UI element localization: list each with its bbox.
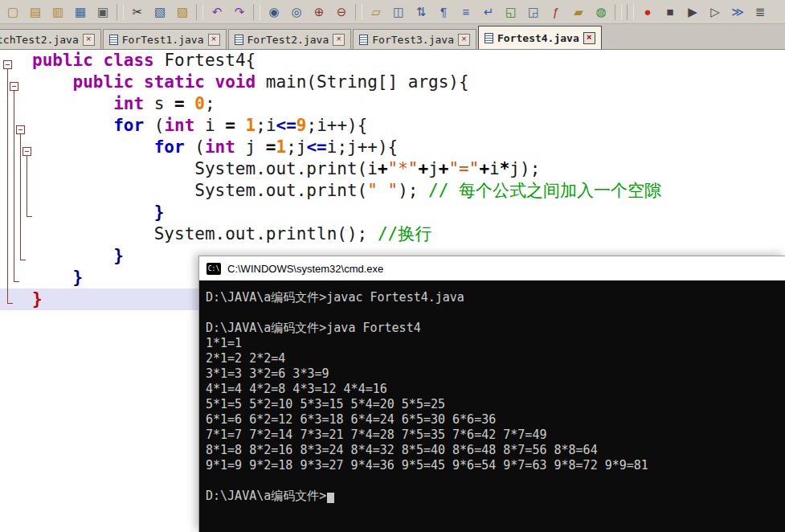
fold-toggle-icon[interactable]	[3, 60, 12, 69]
tab-switchtest2[interactable]: tchTest2.java ×	[0, 29, 101, 49]
code-line[interactable]: public class Fortest4{	[0, 50, 785, 72]
tab-fortest3[interactable]: ForTest3.java ×	[353, 29, 476, 49]
code-token	[185, 94, 195, 113]
code-token: (	[185, 137, 205, 157]
fast-play-icon[interactable]: ≫	[726, 2, 749, 23]
script-icon[interactable]: ◲	[522, 2, 545, 23]
split-window-icon[interactable]: ◫	[387, 2, 410, 23]
fold-toggle-icon[interactable]	[22, 147, 31, 156]
fold-toggle-icon[interactable]	[16, 125, 25, 134]
zoom-in-icon[interactable]: ⊕	[308, 2, 330, 23]
code-token: public static void	[73, 72, 266, 92]
code-token: i;j++){	[327, 137, 399, 157]
fold-line	[7, 69, 8, 303]
play-to-cursor-icon[interactable]: ▷	[704, 2, 726, 23]
console-output[interactable]: D:\JAVA\a编码文件>javac Fortest4.javaD:\JAVA…	[199, 280, 785, 532]
code-line[interactable]: System.out.print(" "); // 每个公式之间加入一个空隙	[0, 180, 785, 202]
favorites-icon[interactable]: ▥	[47, 2, 69, 23]
code-token: i	[194, 116, 225, 135]
fold-gutter	[0, 54, 32, 532]
zoom-out-icon[interactable]: ⊖	[330, 2, 353, 23]
code-token: System.out.println();	[32, 224, 378, 243]
console-line: 6*1=6 6*2=12 6*3=18 6*4=24 6*5=30 6*6=36	[206, 412, 785, 428]
preview-icon[interactable]: ◍	[590, 2, 612, 23]
tab-fortest4[interactable]: Fortest4.java ×	[478, 26, 602, 49]
paste-icon[interactable]: ▨	[171, 2, 194, 23]
toolbar-separator	[355, 4, 362, 20]
stop-macro-icon[interactable]: ■	[659, 2, 681, 23]
console-line: D:\JAVA\a编码文件>java Fortest4	[206, 321, 785, 336]
file-icon	[359, 35, 368, 45]
tab-close-icon[interactable]: ×	[583, 32, 595, 44]
print-icon[interactable]: ▣	[92, 2, 114, 23]
toolbar-separator	[117, 4, 124, 20]
tab-close-icon[interactable]: ×	[83, 34, 95, 46]
code-token: for	[154, 137, 185, 157]
code-token: }	[154, 203, 165, 222]
find-icon[interactable]: ◉	[263, 2, 285, 23]
cmd-icon: C:\	[206, 263, 221, 275]
new-window-icon[interactable]: ▱	[365, 2, 387, 23]
code-token: =	[174, 94, 185, 113]
code-token	[32, 137, 154, 157]
code-line[interactable]: for (int j =1;j<=i;j++){	[0, 137, 785, 158]
redo-icon[interactable]: ↷	[228, 2, 251, 23]
tab-close-icon[interactable]: ×	[458, 34, 470, 46]
undo-icon[interactable]: ↶	[206, 2, 228, 23]
tab-fortest2[interactable]: ForTest2.java ×	[228, 29, 352, 49]
tab-close-icon[interactable]: ×	[333, 34, 345, 46]
cut-icon[interactable]: ✂	[126, 2, 149, 23]
open-file-icon[interactable]: ▤	[24, 2, 47, 23]
console-titlebar[interactable]: C:\ C:\WINDOWS\system32\cmd.exe	[199, 256, 785, 280]
fold-line	[14, 91, 14, 281]
code-line[interactable]: System.out.print(i+"*"+j+"="+i*j);	[0, 158, 785, 180]
record-macro-icon[interactable]: ●	[636, 2, 659, 23]
tab-label: Fortest4.java	[497, 32, 579, 44]
find-in-files-icon[interactable]: ◎	[285, 2, 308, 23]
fold-end-tick	[14, 281, 19, 282]
paragraph-marks-icon[interactable]: ¶	[432, 2, 455, 23]
code-line[interactable]: System.out.println(); //换行	[0, 223, 785, 245]
code-line[interactable]: }	[0, 202, 785, 223]
sort-icon[interactable]: ⇅	[410, 2, 432, 23]
fold-toggle-icon[interactable]	[10, 82, 18, 91]
code-token: ;	[205, 94, 215, 113]
tab-fortest1[interactable]: ForTest1.java ×	[103, 29, 227, 49]
console-line: 4*1=4 4*2=8 4*3=12 4*4=16	[206, 382, 785, 397]
file-icon	[484, 33, 493, 43]
code-token: i	[489, 159, 500, 178]
save-file-icon[interactable]: ▦	[69, 2, 92, 23]
console-line: D:\JAVA\a编码文件>javac Fortest4.java	[206, 290, 785, 305]
code-token: " "	[367, 181, 398, 200]
code-token: }	[113, 246, 124, 265]
tab-label: ForTest2.java	[247, 34, 329, 46]
new-file-icon[interactable]: ▢	[2, 2, 24, 23]
code-token: (	[144, 116, 164, 135]
function-icon[interactable]: ƒ	[545, 2, 567, 23]
code-token	[32, 246, 113, 265]
tab-label: tchTest2.java	[0, 34, 79, 46]
code-line[interactable]: public static void main(String[] args){	[0, 72, 785, 93]
code-token: <=	[306, 137, 326, 157]
code-token: s	[144, 94, 174, 113]
code-token: }	[32, 289, 43, 309]
line-numbers-icon[interactable]: ≡	[455, 2, 477, 23]
tab-close-icon[interactable]: ×	[208, 34, 220, 46]
code-token: "*"	[388, 159, 419, 178]
code-token: //换行	[378, 224, 431, 243]
tab-bar: tchTest2.java × ForTest1.java × ForTest2…	[0, 24, 785, 50]
tab-label: ForTest1.java	[122, 34, 204, 46]
console-line: 3*1=3 3*2=6 3*3=9	[206, 366, 785, 382]
word-wrap-icon[interactable]: ↵	[477, 2, 500, 23]
toolbar: ▢▤▥▦▣✂▧▨↶↷◉◎⊕⊖▱◫⇅¶≡↵◱◲ƒ▰◍●■▶▷≫≣	[0, 0, 785, 24]
copy-icon[interactable]: ▧	[149, 2, 171, 23]
code-line[interactable]: for (int i = 1;i<=9;i++){	[0, 115, 785, 137]
play-macro-icon[interactable]: ▶	[681, 2, 704, 23]
code-line[interactable]: int s = 0;	[0, 93, 785, 115]
folder-icon[interactable]: ▰	[567, 2, 590, 23]
macro-list-icon[interactable]: ≣	[749, 2, 771, 23]
code-token: ;i	[256, 116, 276, 135]
html-view-icon[interactable]: ◱	[500, 2, 522, 23]
code-token: 1	[246, 116, 256, 135]
code-token	[32, 94, 113, 113]
